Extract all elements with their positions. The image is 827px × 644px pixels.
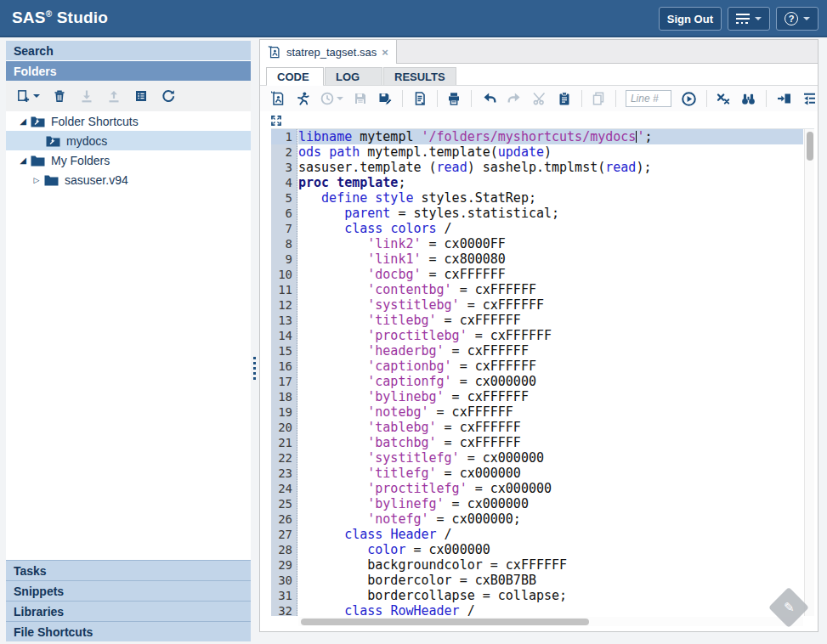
- editor-header: [270, 113, 282, 128]
- code-line[interactable]: sasuser.template (read) sashelp.tmplmst(…: [298, 160, 803, 175]
- folders-toolbar: [6, 81, 251, 111]
- code-line[interactable]: bordercollapse = collapse;: [298, 588, 803, 603]
- folder-shortcut-icon: [46, 135, 60, 147]
- code-line[interactable]: 'captionfg' = cx000000: [298, 374, 803, 389]
- tree-item-label: sasuser.v94: [65, 173, 128, 187]
- sidebar-item-file-shortcuts[interactable]: File Shortcuts: [6, 621, 251, 641]
- vertical-scrollbar-thumb[interactable]: [807, 132, 813, 161]
- pane-splitter[interactable]: [252, 41, 258, 641]
- new-program-button[interactable]: [270, 91, 286, 106]
- horizontal-scrollbar-thumb[interactable]: [301, 619, 589, 625]
- tree-item-mydocs[interactable]: mydocs: [6, 131, 251, 150]
- tab-log[interactable]: LOG: [325, 67, 382, 85]
- line-number: 8: [271, 236, 297, 251]
- find-replace-button[interactable]: [740, 91, 756, 106]
- code-line[interactable]: define style styles.StatRep;: [298, 190, 803, 206]
- tab-results[interactable]: RESULTS: [383, 67, 456, 85]
- delete-button[interactable]: [52, 88, 67, 104]
- expander-open-icon[interactable]: ◢: [18, 155, 28, 165]
- submission-history-button: [320, 91, 343, 106]
- line-number: 5: [271, 190, 297, 206]
- code-line[interactable]: 'notebg' = cxFFFFFF: [298, 404, 803, 420]
- code-line[interactable]: libname mytempl '/folders/myshortcuts/my…: [298, 129, 803, 144]
- run-button[interactable]: [295, 91, 310, 106]
- properties-button[interactable]: [133, 88, 149, 104]
- code-line[interactable]: 'tablebg' = cxFFFFFF: [298, 420, 803, 435]
- code-line[interactable]: class Header /: [298, 527, 803, 542]
- redo-button: [507, 91, 523, 106]
- goto-line-input[interactable]: [626, 90, 671, 107]
- code-line[interactable]: 'headerbg' = cxFFFFFF: [298, 343, 803, 359]
- code-line[interactable]: 'bylinebg' = cxFFFFFF: [298, 389, 803, 404]
- code-line[interactable]: 'captionbg' = cxFFFFFF: [298, 359, 803, 374]
- tab-code[interactable]: CODE: [266, 67, 324, 85]
- code-line[interactable]: 'systitlefg' = cx000000: [298, 450, 803, 466]
- code-line[interactable]: 'proctitlebg' = cxFFFFFF: [298, 328, 803, 343]
- code-line[interactable]: 'batchbg' = cxFFFFFF: [298, 435, 803, 450]
- sign-out-button[interactable]: Sign Out: [659, 7, 722, 31]
- code-line[interactable]: 'systitlebg' = cxFFFFFF: [298, 297, 803, 313]
- refresh-button[interactable]: [161, 88, 176, 104]
- code-line[interactable]: 'titlefg' = cx000000: [298, 466, 803, 481]
- section-header-folders[interactable]: Folders: [6, 61, 251, 81]
- folders-tree: ◢ Folder Shortcuts mydocs ◢ My Folders ▷…: [6, 111, 251, 560]
- vertical-scrollbar[interactable]: [804, 129, 814, 616]
- line-number: 19: [271, 404, 297, 420]
- expander-open-icon[interactable]: ◢: [18, 116, 28, 126]
- line-number: 20: [271, 420, 297, 435]
- print-preview-button[interactable]: [412, 91, 428, 106]
- save-as-button[interactable]: [377, 91, 393, 106]
- code-area[interactable]: libname mytempl '/folders/myshortcuts/my…: [298, 129, 803, 616]
- code-line[interactable]: 'link2' = cx0000FF: [298, 236, 803, 251]
- goto-line-button[interactable]: [681, 91, 697, 107]
- format-code-button[interactable]: [802, 91, 818, 106]
- go-to-submitted-code-button[interactable]: [776, 91, 792, 106]
- code-line[interactable]: ods path mytempl.template(update): [298, 144, 803, 160]
- toolbar-separator: [471, 90, 472, 107]
- sidebar-item-libraries[interactable]: Libraries: [6, 601, 251, 621]
- code-line[interactable]: 'contentbg' = cxFFFFFF: [298, 282, 803, 297]
- sidebar-item-tasks[interactable]: Tasks: [6, 560, 251, 580]
- code-line[interactable]: 'titlebg' = cxFFFFFF: [298, 313, 803, 328]
- line-number: 21: [271, 435, 297, 450]
- horizontal-scrollbar[interactable]: [298, 617, 803, 626]
- code-editor[interactable]: 1234567891011121314151617181920212223242…: [271, 128, 814, 626]
- code-line[interactable]: 'notefg' = cx000000;: [298, 511, 803, 527]
- code-line[interactable]: bordercolor = cxB0B7BB: [298, 573, 803, 588]
- code-line[interactable]: 'docbg' = cxFFFFFF: [298, 267, 803, 282]
- code-line[interactable]: parent = styles.statistical;: [298, 206, 803, 221]
- code-line[interactable]: 'bylinefg' = cx000000: [298, 496, 803, 511]
- copy-button: [591, 91, 606, 106]
- tree-item-my-folders[interactable]: ◢ My Folders: [6, 150, 251, 170]
- expander-closed-icon[interactable]: ▷: [31, 176, 42, 184]
- new-item-button[interactable]: [16, 88, 40, 104]
- print-button[interactable]: [446, 91, 462, 106]
- chevron-down-icon: [755, 17, 762, 20]
- tree-item-label: Folder Shortcuts: [51, 115, 139, 128]
- application-options-menu-button[interactable]: [728, 7, 770, 31]
- help-menu-button[interactable]: ?: [776, 7, 819, 31]
- maximize-view-button[interactable]: [270, 115, 282, 127]
- code-line[interactable]: 'link1' = cx800080: [298, 251, 803, 267]
- code-line[interactable]: 'proctitlefg' = cx000000: [298, 481, 803, 496]
- code-line[interactable]: class colors /: [298, 221, 803, 236]
- close-tab-icon[interactable]: ×: [382, 47, 388, 58]
- tab-statrep-tagset-sas[interactable]: statrep_tagset.sas ×: [260, 40, 397, 64]
- code-line[interactable]: class RowHeader /: [298, 603, 803, 616]
- tree-item-folder-shortcuts[interactable]: ◢ Folder Shortcuts: [6, 111, 251, 131]
- paste-button[interactable]: [557, 91, 572, 106]
- toolbar-separator: [402, 90, 403, 107]
- tree-item-sasuser-v94[interactable]: ▷ sasuser.v94: [6, 170, 251, 189]
- chevron-down-icon: [803, 17, 810, 20]
- code-line[interactable]: backgroundcolor = cxFFFFFF: [298, 557, 803, 573]
- code-line[interactable]: color = cx000000: [298, 542, 803, 557]
- clear-code-button[interactable]: [716, 91, 731, 106]
- work-area: statrep_tagset.sas × CODE LOG RESULTS: [259, 39, 819, 632]
- code-line[interactable]: proc template;: [298, 175, 803, 190]
- line-number: 22: [271, 450, 297, 466]
- cut-button: [532, 91, 547, 106]
- undo-button[interactable]: [481, 91, 497, 106]
- line-number: 6: [271, 206, 297, 221]
- section-header-search[interactable]: Search: [6, 41, 251, 60]
- sidebar-item-snippets[interactable]: Snippets: [6, 580, 251, 601]
